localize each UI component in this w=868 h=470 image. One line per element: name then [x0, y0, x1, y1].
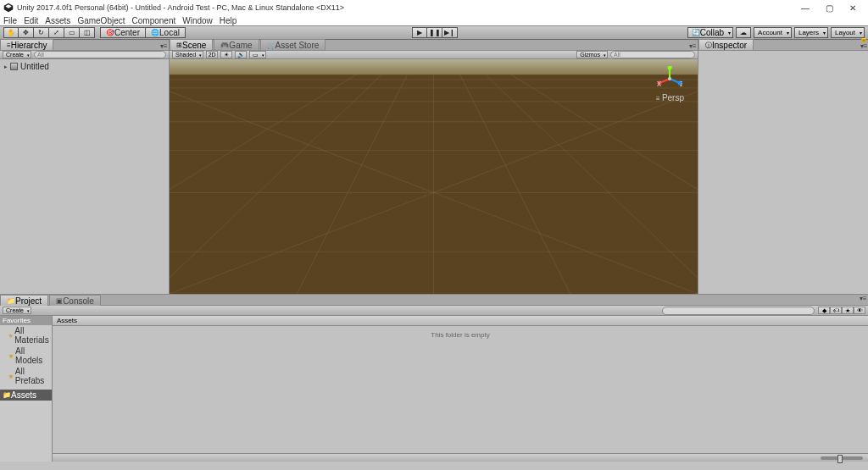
layers-dropdown[interactable]: Layers	[794, 27, 828, 38]
menu-assets[interactable]: Assets	[45, 16, 70, 25]
main-menubar: File Edit Assets GameObject Component Wi…	[0, 15, 868, 25]
menu-file[interactable]: File	[3, 16, 17, 25]
scale-tool-button[interactable]: ⤢	[49, 27, 64, 38]
project-zoom-slider[interactable]	[821, 456, 863, 460]
scene-2d-toggle[interactable]: 2D	[206, 51, 218, 58]
scene-search-input[interactable]	[610, 51, 695, 58]
project-breadcrumb[interactable]: Assets	[53, 316, 868, 326]
project-filter-type-icon[interactable]: ◆	[818, 307, 830, 314]
tab-hierarchy-label: Hierarchy	[11, 41, 47, 50]
window-close-button[interactable]: ✕	[841, 0, 865, 15]
account-dropdown[interactable]: Account	[754, 27, 792, 38]
fav-all-prefabs[interactable]: All Prefabs	[0, 366, 52, 386]
tab-game-label: Game	[229, 41, 252, 50]
project-status-bar	[53, 453, 868, 462]
svg-line-15	[170, 75, 356, 294]
rect-tool-button[interactable]: ▭	[64, 27, 80, 38]
scene-menu-icon[interactable]: ▾≡	[687, 42, 698, 50]
tab-project[interactable]: 📁 Project	[0, 295, 48, 306]
collab-label: Collab	[700, 28, 724, 37]
pause-button[interactable]: ❚❚	[427, 27, 442, 38]
scene-ground	[170, 75, 698, 294]
menu-gameobject[interactable]: GameObject	[77, 16, 125, 25]
pivot-controls: 🎯 Center 🌐 Local	[100, 27, 186, 38]
orientation-gizmo-icon[interactable]: yxz	[657, 66, 682, 91]
project-content: Assets This folder is empty	[53, 316, 868, 462]
project-tabs: 📁 Project ▣ Console ▾≡	[0, 295, 868, 306]
hierarchy-panel: ≡ Hierarchy ▾≡ Create Untitled	[0, 40, 170, 294]
project-create-dropdown[interactable]: Create	[3, 307, 31, 314]
project-filter-label-icon[interactable]: 🏷	[830, 307, 842, 314]
window-minimize-button[interactable]: —	[793, 0, 817, 15]
window-title: Unity 2017.4.0f1 Personal (64bit) - Unti…	[17, 3, 793, 12]
layout-dropdown[interactable]: Layout	[831, 27, 865, 38]
tab-console[interactable]: ▣ Console	[49, 295, 101, 306]
scene-toolbar: Shaded 2D ☀ 🔊 ▭ Gizmos	[170, 51, 698, 59]
rotate-tool-button[interactable]: ↻	[34, 27, 49, 38]
tab-inspector[interactable]: ⓘ Inspector	[698, 39, 754, 50]
hierarchy-menu-icon[interactable]: ▾≡	[159, 42, 169, 50]
project-menu-icon[interactable]: ▾≡	[858, 295, 868, 305]
svg-line-13	[170, 75, 381, 294]
tab-asset-store[interactable]: 🛒 Asset Store	[260, 39, 326, 50]
fav-all-materials[interactable]: All Materials	[0, 325, 52, 346]
project-tree[interactable]: Favorites All Materials All Models All P…	[0, 316, 53, 462]
assets-label: Assets	[11, 390, 36, 400]
scene-audio-toggle[interactable]: 🔊	[235, 51, 247, 58]
menu-component[interactable]: Component	[132, 16, 176, 25]
menu-help[interactable]: Help	[220, 16, 237, 25]
transform-tool-button[interactable]: ◫	[80, 27, 95, 38]
collab-dropdown[interactable]: 🔄 Collab	[687, 27, 733, 38]
inspector-panel: ⓘ Inspector 🔒 ▾≡	[698, 40, 868, 294]
fav-label: All Prefabs	[15, 367, 49, 385]
playback-controls: ▶ ❚❚ ▶❙	[412, 27, 458, 38]
persp-text: Persp	[662, 93, 684, 102]
project-favorite-icon[interactable]: ★	[842, 307, 854, 314]
cloud-button[interactable]: ☁	[736, 27, 751, 38]
play-button[interactable]: ▶	[412, 27, 427, 38]
hierarchy-body[interactable]: Untitled	[0, 59, 169, 294]
main-toolbar: ✋ ✥ ↻ ⤢ ▭ ◫ 🎯 Center 🌐 Local ▶ ❚❚ ▶❙ 🔄 C…	[0, 25, 868, 40]
pivot-local-button[interactable]: 🌐 Local	[146, 27, 186, 38]
menu-edit[interactable]: Edit	[24, 16, 38, 25]
favorites-header[interactable]: Favorites	[0, 316, 52, 325]
scene-light-toggle[interactable]: ☀	[220, 51, 232, 58]
pivot-center-button[interactable]: 🎯 Center	[100, 27, 146, 38]
tab-project-label: Project	[15, 296, 42, 306]
svg-text:z: z	[680, 79, 682, 88]
pivot-center-label: Center	[114, 28, 140, 37]
transform-tools: ✋ ✥ ↻ ⤢ ▭ ◫	[3, 27, 95, 38]
scene-panel: ⊞ Scene 🎮 Game 🛒 Asset Store ▾≡ Shaded 2…	[170, 40, 698, 294]
project-toolbar: Create ◆ 🏷 ★ 👁	[0, 306, 868, 316]
tab-scene[interactable]: ⊞ Scene	[170, 39, 213, 50]
svg-marker-29	[8, 333, 13, 337]
project-search-input[interactable]	[662, 307, 815, 315]
fav-all-models[interactable]: All Models	[0, 346, 52, 366]
window-titlebar: Unity 2017.4.0f1 Personal (64bit) - Unti…	[0, 0, 868, 15]
svg-text:y: y	[670, 66, 674, 68]
menu-window[interactable]: Window	[182, 16, 213, 25]
hand-tool-button[interactable]: ✋	[3, 27, 19, 38]
hierarchy-tabs: ≡ Hierarchy ▾≡	[0, 40, 169, 51]
tab-hierarchy[interactable]: ≡ Hierarchy	[0, 39, 53, 50]
scene-gizmos-dropdown[interactable]: Gizmos	[576, 51, 608, 58]
scene-fx-dropdown[interactable]: ▭	[249, 51, 266, 58]
hierarchy-scene-item[interactable]: Untitled	[2, 61, 167, 72]
tab-game[interactable]: 🎮 Game	[214, 39, 259, 50]
tab-inspector-label: Inspector	[712, 41, 747, 50]
hierarchy-search-input[interactable]	[34, 51, 166, 58]
scene-icon	[10, 63, 18, 70]
move-tool-button[interactable]: ✥	[19, 27, 34, 38]
svg-line-12	[460, 75, 570, 294]
scene-shading-dropdown[interactable]: Shaded	[172, 51, 203, 58]
unity-logo-icon	[3, 3, 14, 13]
project-hidden-icon[interactable]: 👁	[854, 307, 865, 314]
project-body: Favorites All Materials All Models All P…	[0, 316, 868, 462]
assets-folder[interactable]: 📁 Assets	[0, 390, 52, 401]
step-button[interactable]: ▶❙	[442, 27, 458, 38]
pivot-local-label: Local	[159, 28, 180, 37]
scene-viewport[interactable]: yxz ≡ Persp	[170, 59, 698, 294]
window-maximize-button[interactable]: ▢	[817, 0, 841, 15]
persp-label[interactable]: ≡ Persp	[656, 93, 684, 102]
hierarchy-create-dropdown[interactable]: Create	[3, 51, 31, 58]
